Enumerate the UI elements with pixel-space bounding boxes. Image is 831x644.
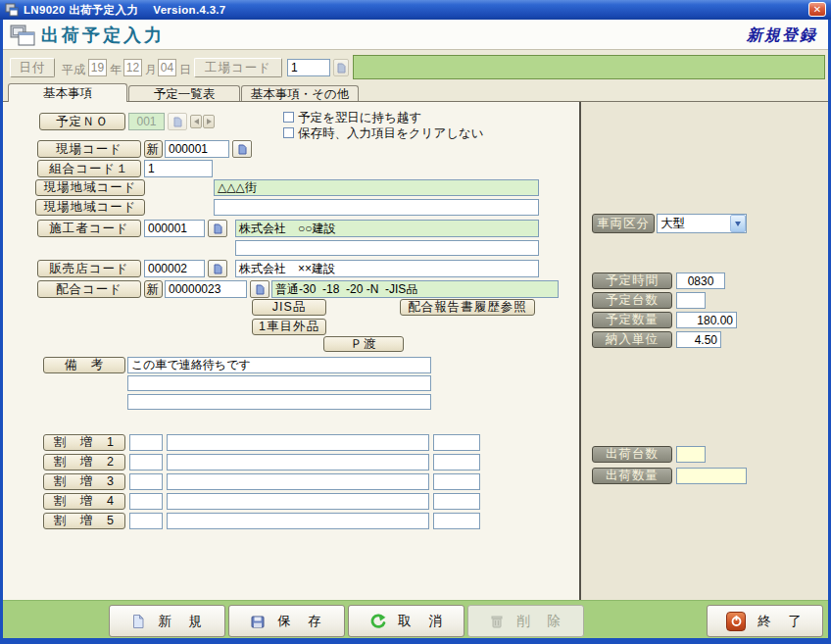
factory-lookup-button (333, 59, 349, 76)
tab-basic-other[interactable]: 基本事項・その他 (241, 85, 359, 102)
month-field[interactable]: 12 (123, 59, 142, 76)
surcharge-5-value[interactable] (433, 513, 480, 529)
lookup-icon (214, 264, 222, 274)
contractor-lookup-button[interactable] (208, 220, 227, 237)
scheduled-time-field[interactable]: 0830 (676, 272, 725, 289)
month-unit: 月 (145, 62, 157, 78)
mix-code-button[interactable]: 配合コード (37, 280, 141, 298)
union-code-field[interactable]: 1 (144, 160, 213, 177)
remarks-button[interactable]: 備 考 (43, 357, 125, 373)
surcharge-5-button[interactable]: 割 増 5 (43, 513, 125, 529)
schedule-no-next-button (203, 115, 215, 128)
surcharge-3-name[interactable] (167, 473, 429, 490)
surcharge-4-name[interactable] (167, 493, 429, 510)
tab-basic-label: 基本事項 (43, 85, 92, 102)
dealer-name-field[interactable]: 株式会社 ××建設 (235, 260, 539, 277)
vehicle-class-value: 大型 (658, 216, 730, 232)
mix-name-field[interactable]: 普通-30 -18 -20 -N -JIS品 (271, 280, 559, 298)
close-button[interactable]: ✕ (808, 2, 826, 17)
undo-arrow-icon (368, 614, 386, 629)
remarks-field-2[interactable] (127, 375, 431, 391)
site-area-name-field-1[interactable]: △△△街 (214, 179, 539, 196)
contractor-code-field[interactable]: 000001 (144, 220, 205, 237)
carryover-checkbox[interactable] (283, 112, 294, 123)
save-button[interactable]: 保 存 (228, 605, 345, 637)
lookup-icon (256, 284, 265, 295)
chevron-down-icon[interactable] (730, 215, 746, 232)
mix-report-history-button[interactable]: 配合報告書履歴参照 (400, 299, 535, 316)
delete-icon (489, 614, 505, 629)
surcharge-1-code[interactable] (129, 434, 163, 451)
shipped-quantity-label: 出荷数量 (592, 468, 672, 484)
surcharge-1-button[interactable]: 割 増 1 (43, 434, 125, 451)
carryover-checkbox-label: 予定を翌日に持ち越す (298, 110, 421, 126)
dealer-code-field[interactable]: 000002 (144, 260, 205, 277)
vehicle-class-select[interactable]: 大型 (657, 214, 747, 233)
surcharge-4-code[interactable] (129, 493, 163, 510)
scheduled-count-field[interactable] (676, 292, 706, 309)
save-button-label: 保 存 (277, 613, 323, 630)
tab-basic[interactable]: 基本事項 (8, 83, 127, 102)
noclear-checkbox-label: 保存時、入力項目をクリアしない (298, 125, 484, 142)
surcharge-1-value[interactable] (433, 434, 480, 451)
era-label: 平成 (62, 62, 85, 78)
mix-lookup-button[interactable] (250, 280, 269, 298)
contractor-name-field[interactable]: 株式会社 ○○建設 (235, 220, 539, 237)
surcharge-3-code[interactable] (129, 473, 163, 490)
surcharge-3-button[interactable]: 割 増 3 (43, 473, 125, 490)
surcharge-2-code[interactable] (129, 454, 163, 471)
tab-basic-other-label: 基本事項・その他 (251, 86, 350, 103)
surcharge-1-name[interactable] (167, 434, 429, 451)
cancel-button[interactable]: 取 消 (348, 605, 464, 637)
exit-button[interactable]: 終 了 (707, 605, 823, 637)
vehicle-class-label: 車両区分 (592, 214, 655, 233)
surcharge-3-value[interactable] (433, 473, 480, 490)
p-delivery-button[interactable]: Ｐ渡 (323, 336, 404, 352)
surcharge-4-value[interactable] (433, 493, 480, 510)
surcharge-5-code[interactable] (129, 513, 163, 529)
lookup-icon (173, 117, 182, 127)
dealer-lookup-button[interactable] (208, 260, 227, 277)
tab-schedule-list[interactable]: 予定一覧表 (128, 85, 240, 102)
year-field[interactable]: 19 (88, 59, 107, 76)
schedule-no-field: 001 (128, 113, 165, 130)
noclear-checkbox[interactable] (283, 127, 294, 138)
remarks-field-1[interactable]: この車で連絡待ちです (127, 357, 431, 373)
dealer-code-button[interactable]: 販売店コード (37, 260, 141, 277)
site-area-name-field-2[interactable] (214, 199, 539, 216)
mix-code-field[interactable]: 00000023 (165, 280, 247, 298)
arrow-left-icon (194, 119, 199, 124)
surcharge-2-value[interactable] (433, 454, 480, 471)
scheduled-count-label: 予定台数 (592, 292, 672, 309)
date-label: 日付 (10, 58, 55, 77)
contractor-code-button[interactable]: 施工者コード (37, 220, 141, 237)
surcharge-2-button[interactable]: 割 増 2 (43, 454, 125, 471)
right-panel (581, 102, 828, 600)
surcharge-2-name[interactable] (167, 454, 429, 471)
site-code-field[interactable]: 000001 (165, 140, 229, 158)
delivery-unit-field[interactable]: 4.50 (676, 331, 721, 348)
surcharge-4-button[interactable]: 割 増 4 (43, 493, 125, 510)
remarks-field-3[interactable] (127, 394, 431, 410)
factory-code-field[interactable]: 1 (287, 59, 330, 76)
scheduled-quantity-field[interactable]: 180.00 (676, 312, 737, 328)
site-area-code-button-2[interactable]: 現場地域コード (35, 199, 145, 216)
contractor-name2-field[interactable] (235, 240, 539, 256)
site-code-button[interactable]: 現場コード (37, 140, 141, 158)
first-car-button[interactable]: 1車目外品 (252, 319, 326, 335)
new-button[interactable]: 新 規 (109, 605, 225, 637)
mix-code-new-button[interactable]: 新 (144, 280, 163, 298)
surcharge-5-name[interactable] (167, 513, 429, 529)
year-unit: 年 (110, 62, 122, 78)
page-title: 出荷予定入力 (41, 24, 165, 47)
form-icon (10, 24, 37, 47)
power-icon (726, 612, 746, 631)
site-area-code-button-1[interactable]: 現場地域コード (35, 179, 145, 196)
jis-button[interactable]: JIS品 (252, 299, 326, 316)
schedule-no-button[interactable]: 予定ＮＯ (39, 113, 125, 130)
new-button-label: 新 規 (158, 613, 204, 630)
day-field[interactable]: 04 (158, 59, 176, 76)
site-code-lookup-button[interactable] (232, 140, 252, 158)
union-code-button[interactable]: 組合コード１ (37, 160, 141, 177)
site-code-new-button[interactable]: 新 (144, 140, 163, 158)
